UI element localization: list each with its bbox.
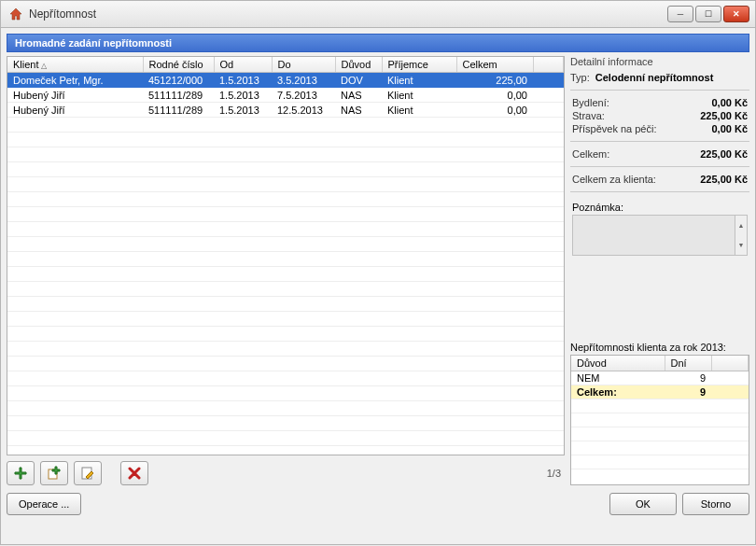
col-do[interactable]: Do [272, 57, 335, 73]
spin-down-icon[interactable]: ▼ [735, 235, 747, 255]
section-header: Hromadné zadání nepřítomnosti [7, 34, 749, 52]
col-duvod[interactable]: Důvod [335, 57, 382, 73]
col-prijemce[interactable]: Příjemce [382, 57, 456, 73]
celkem-label: Celkem: [572, 148, 609, 160]
col-spacer [533, 57, 564, 73]
minimize-button[interactable]: ─ [667, 6, 693, 22]
mini-col-dni[interactable]: Dní [665, 356, 711, 371]
window-title: Nepřítomnost [29, 7, 667, 21]
bydleni-label: Bydlení: [572, 97, 609, 108]
table-row[interactable]: Hubený Jiří511111/2891.5.2013 7.5.2013NA… [7, 88, 564, 103]
strava-label: Strava: [572, 110, 605, 121]
poznamka-field[interactable]: ▲▼ [572, 215, 748, 256]
mini-heading: Nepřítomnosti klienta za rok 2013: [570, 342, 749, 353]
ok-button[interactable]: OK [609, 493, 677, 515]
titlebar: Nepřítomnost ─ ☐ ✕ [0, 0, 756, 28]
spin-up-icon[interactable]: ▲ [735, 216, 747, 235]
main-table[interactable]: Klient△ Rodné číslo Od Do Důvod Příjemce… [7, 56, 565, 455]
app-icon [8, 7, 23, 21]
storno-button[interactable]: Storno [682, 493, 749, 515]
poznamka-label: Poznámka: [572, 202, 748, 213]
col-od[interactable]: Od [214, 57, 272, 73]
mini-row-total[interactable]: Celkem:9 [571, 385, 749, 399]
add-button[interactable] [7, 461, 35, 485]
table-row[interactable]: Hubený Jiří511111/2891.5.2013 12.5.2013N… [7, 103, 564, 118]
table-row[interactable]: Domeček Petr, Mgr.451212/0001.5.2013 3.5… [7, 73, 564, 88]
table-header[interactable]: Klient△ Rodné číslo Od Do Důvod Příjemce… [7, 57, 564, 73]
prispevek-value: 0,00 Kč [711, 123, 748, 134]
celkem-klient-value: 225,00 Kč [700, 174, 748, 185]
prispevek-label: Příspěvek na péči: [572, 123, 657, 134]
delete-button[interactable] [120, 461, 148, 485]
celkem-klient-label: Celkem za klienta: [572, 174, 656, 185]
col-celkem[interactable]: Celkem [456, 57, 533, 73]
edit-button[interactable] [74, 461, 102, 485]
typ-label: Typ: [570, 72, 590, 83]
strava-value: 225,00 Kč [700, 110, 748, 121]
maximize-button[interactable]: ☐ [695, 6, 721, 22]
col-rodne-cislo[interactable]: Rodné číslo [143, 57, 214, 73]
detail-heading: Detailní informace [570, 56, 749, 67]
row-counter: 1/3 [547, 468, 561, 479]
typ-value: Celodenní nepřítomnost [590, 72, 749, 83]
close-button[interactable]: ✕ [723, 6, 749, 22]
bydleni-value: 0,00 Kč [711, 97, 748, 108]
celkem-value: 225,00 Kč [700, 148, 748, 160]
mini-row[interactable]: NEM9 [571, 371, 749, 385]
col-klient[interactable]: Klient△ [7, 57, 143, 73]
mini-col-duvod[interactable]: Důvod [571, 356, 665, 371]
duplicate-button[interactable] [40, 461, 68, 485]
operace-button[interactable]: Operace ... [7, 493, 81, 515]
mini-table[interactable]: Důvod Dní NEM9 Celkem:9 [570, 355, 749, 485]
